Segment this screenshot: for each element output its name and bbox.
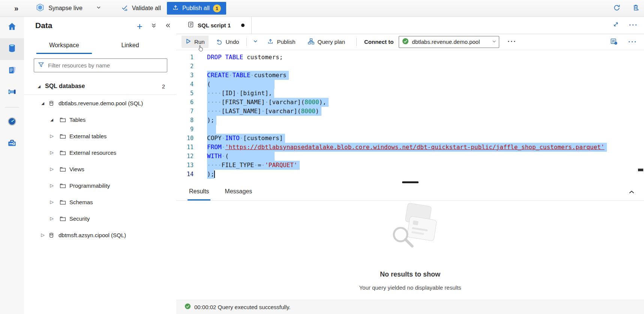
undo-button[interactable]: Undo [212,35,243,48]
tree-item-label: Schemas [69,199,93,205]
code-line-14[interactable]: 14); [176,170,644,179]
code-line-9[interactable]: 9 [176,125,644,134]
expand-commands-icon[interactable]: » [14,4,18,13]
synapse-studio-window: » Synapse live Validate all Publish all … [0,0,644,314]
expand-node-icon[interactable]: ▷ [49,166,55,172]
top-command-bar: » Synapse live Validate all Publish all … [0,0,644,17]
validate-all-button[interactable]: Validate all [121,4,161,13]
line-number: 6 [176,98,201,107]
connect-to-dropdown[interactable]: dbtlabs.revenue.demo.pool [399,36,499,48]
results-tab-bar: Results Messages [176,184,644,201]
empty-results-subtitle: Your query yielded no displayable result… [359,284,461,291]
query-plan-icon [308,38,315,46]
run-play-icon [185,38,191,45]
code-line-4[interactable]: 4( [176,80,644,89]
rail-item-develop[interactable] [0,60,24,82]
rail-item-integrate[interactable] [0,82,24,103]
develop-icon [7,65,17,76]
expand-node-icon[interactable]: ▷ [49,150,55,155]
code-line-6[interactable]: 6····[FIRST_NAME]·[varchar](8000), [176,98,644,107]
line-number: 9 [176,125,201,134]
tab-workspace[interactable]: Workspace [36,39,92,54]
chevron-down-icon[interactable] [96,5,101,12]
publish-button[interactable]: Publish [263,35,299,48]
folder-icon [59,182,66,189]
editor-more-actions-icon[interactable]: ··· [628,38,637,46]
code-line-7[interactable]: 7····[LAST_NAME]·[varchar](8000) [176,107,644,116]
tree-item-label: External resources [69,150,116,156]
expand-node-icon[interactable]: ▷ [49,216,55,221]
divider [246,38,247,46]
collapse-all-icon[interactable] [151,22,157,30]
query-plan-button[interactable]: Query plan [304,35,349,49]
discard-trash-icon[interactable] [632,4,639,13]
code-line-8[interactable]: 8); [176,116,644,125]
collapse-panel-icon[interactable] [165,22,171,30]
code-line-1[interactable]: 1DROP TABLE customers; [176,53,644,62]
code-line-2[interactable]: 2 [176,62,644,71]
folder-icon [59,149,66,156]
sql-pool-icon [48,99,56,107]
tree-item-external-resources[interactable]: ▷External resources [24,144,176,161]
view-settings-icon[interactable] [610,37,618,47]
page-title: Data [35,21,53,30]
rail-item-data[interactable] [0,38,24,60]
tab-linked[interactable]: Linked [102,39,158,54]
tree-item-security[interactable]: ▷Security [24,210,176,227]
tree-item-label: dbtlabs.revenue.demo.pool (SQL) [59,100,143,106]
filter-funnel-icon [38,61,44,69]
refresh-icon[interactable] [613,4,621,13]
validate-checklist-icon [121,4,129,13]
tab-title: SQL script 1 [198,22,231,28]
expand-node-icon[interactable]: ▷ [49,183,55,188]
tree-item-views[interactable]: ▷Views [24,161,176,177]
expand-editor-icon[interactable] [612,21,619,29]
unsaved-changes-dot [241,24,245,27]
tree-item-sql-database[interactable]: ◢SQL database2 [24,78,176,95]
tree-item-external-tables[interactable]: ▷External tables [24,128,176,144]
code-editor[interactable]: 1DROP TABLE customers;23CREATE·TABLE·cus… [176,50,644,181]
data-panel: Data + Workspace Linked ◢SQL database2◢d… [24,16,177,314]
expand-node-icon[interactable]: ▷ [40,232,46,238]
expand-node-icon[interactable]: ▷ [49,199,55,205]
publish-label: Publish [277,39,295,45]
code-line-3[interactable]: 3CREATE·TABLE·customers [176,71,644,80]
tab-sql-script-1[interactable]: SQL script 1 [180,16,252,34]
tab-results[interactable]: Results [188,188,210,200]
workspace-mode-selector[interactable]: Synapse live [36,3,101,13]
filter-input[interactable] [47,62,164,69]
collapse-node-icon[interactable]: ◢ [40,101,46,105]
collapse-results-icon[interactable] [628,189,635,197]
run-button[interactable]: Run [182,36,209,48]
collapse-node-icon[interactable]: ◢ [49,118,55,122]
toolbar-more-icon[interactable]: ··· [507,38,516,46]
code-line-10[interactable]: 10COPY·INTO·[customers] [176,134,644,143]
add-resource-button[interactable]: + [137,22,143,30]
collapse-node-icon[interactable]: ◢ [36,84,42,88]
splitter-handle[interactable] [402,181,419,183]
tab-messages[interactable]: Messages [223,188,254,200]
results-splitter[interactable] [176,181,644,184]
mouse-hand-cursor [197,45,204,53]
query-plan-label: Query plan [318,39,345,45]
tree-item-dbtmsft-azsyn-cipool-sql[interactable]: ▷dbtmsft.azsyn.cipool (SQL) [24,227,176,243]
status-bar: 00:00:02 Query executed successfully. [176,300,644,314]
folder-icon [59,215,66,222]
query-status-text: 00:00:02 Query executed successfully. [194,304,291,310]
tree-item-dbtlabs-revenue-demo-pool-sql[interactable]: ◢dbtlabs.revenue.demo.pool (SQL) [24,95,176,111]
rail-item-monitor[interactable] [0,111,24,133]
expand-node-icon[interactable]: ▷ [49,133,55,139]
publish-all-button[interactable]: Publish all 1 [167,2,226,15]
rail-item-manage[interactable] [0,133,24,155]
code-line-11[interactable]: 11FROM·'https://dbtlabsynapsedatalake.bl… [176,143,644,152]
code-line-5[interactable]: 5····[ID]·[bigint], [176,89,644,98]
undo-icon [216,38,223,46]
code-line-12[interactable]: 12WITH·( [176,152,644,161]
tree-item-schemas[interactable]: ▷Schemas [24,194,176,210]
tree-item-tables[interactable]: ◢Tables [24,111,176,128]
code-line-13[interactable]: 13····FILE_TYPE·=·'PARQUET' [176,161,644,170]
undo-split-chevron-icon[interactable] [251,36,260,48]
tab-more-actions-icon[interactable]: ··· [629,21,638,29]
tree-item-programmability[interactable]: ▷Programmability [24,177,176,194]
rail-item-home[interactable] [0,16,24,38]
